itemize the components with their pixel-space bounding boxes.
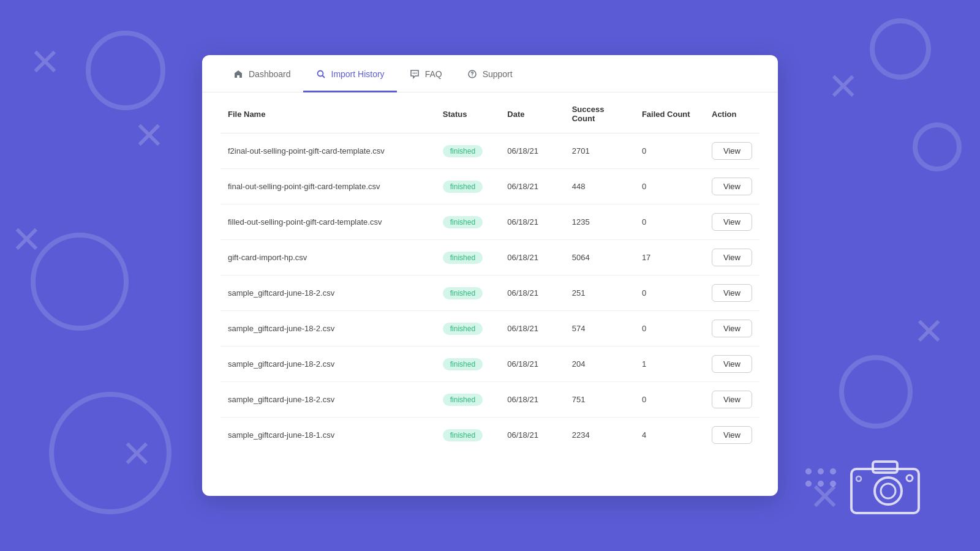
deco-circle-1 bbox=[86, 31, 165, 110]
table-row: sample_giftcard-june-18-2.csv finished 0… bbox=[221, 347, 760, 382]
cell-date: 06/18/21 bbox=[500, 311, 564, 347]
view-button[interactable]: View bbox=[712, 355, 752, 373]
view-button[interactable]: View bbox=[712, 426, 752, 444]
cell-action: View bbox=[704, 204, 760, 240]
cell-status: finished bbox=[435, 347, 500, 382]
svg-point-15 bbox=[412, 73, 413, 74]
home-icon bbox=[233, 69, 244, 80]
cell-filename: sample_giftcard-june-18-2.csv bbox=[221, 311, 435, 347]
tab-faq[interactable]: FAQ bbox=[397, 55, 454, 92]
view-button[interactable]: View bbox=[712, 320, 752, 337]
svg-point-8 bbox=[818, 468, 824, 474]
deco-circle-2 bbox=[870, 18, 931, 80]
tab-bar: Dashboard Import History FAQ bbox=[202, 55, 778, 92]
cell-failed: 0 bbox=[635, 311, 704, 347]
table-container: File Name Status Date Success Count Fail… bbox=[202, 92, 778, 471]
deco-x-2: × bbox=[829, 61, 858, 110]
cell-status: finished bbox=[435, 276, 500, 311]
table-row: gift-card-import-hp.csv finished 06/18/2… bbox=[221, 240, 760, 276]
view-button[interactable]: View bbox=[712, 178, 752, 195]
status-badge: finished bbox=[443, 181, 483, 193]
svg-line-14 bbox=[322, 76, 324, 78]
table-row: sample_giftcard-june-18-1.csv finished 0… bbox=[221, 418, 760, 453]
cell-success: 251 bbox=[565, 276, 635, 311]
svg-point-10 bbox=[805, 481, 812, 487]
cell-filename: sample_giftcard-june-18-1.csv bbox=[221, 418, 435, 453]
cell-status: finished bbox=[435, 311, 500, 347]
cell-status: finished bbox=[435, 418, 500, 453]
chat-icon bbox=[409, 69, 420, 80]
svg-point-9 bbox=[830, 468, 836, 474]
cell-success: 2701 bbox=[565, 133, 635, 169]
cell-date: 06/18/21 bbox=[500, 347, 564, 382]
view-button[interactable]: View bbox=[712, 142, 752, 160]
cell-status: finished bbox=[435, 133, 500, 169]
cell-action: View bbox=[704, 347, 760, 382]
cell-status: finished bbox=[435, 382, 500, 418]
deco-dots bbox=[802, 465, 839, 502]
cell-action: View bbox=[704, 169, 760, 204]
svg-point-11 bbox=[818, 481, 824, 487]
cell-success: 5064 bbox=[565, 240, 635, 276]
cell-filename: sample_giftcard-june-18-2.csv bbox=[221, 276, 435, 311]
cell-success: 1235 bbox=[565, 204, 635, 240]
view-button[interactable]: View bbox=[712, 249, 752, 266]
cell-date: 06/18/21 bbox=[500, 169, 564, 204]
cell-date: 06/18/21 bbox=[500, 240, 564, 276]
deco-x-1: × bbox=[31, 37, 59, 86]
view-button[interactable]: View bbox=[712, 284, 752, 302]
svg-point-16 bbox=[414, 73, 415, 74]
deco-x-3: × bbox=[12, 214, 41, 263]
svg-point-19 bbox=[472, 75, 473, 77]
svg-rect-0 bbox=[851, 469, 919, 513]
col-header-filename: File Name bbox=[221, 92, 435, 133]
cell-success: 2234 bbox=[565, 418, 635, 453]
cell-date: 06/18/21 bbox=[500, 133, 564, 169]
cell-failed: 17 bbox=[635, 240, 704, 276]
tab-import-history[interactable]: Import History bbox=[303, 55, 397, 92]
table-row: sample_giftcard-june-18-2.csv finished 0… bbox=[221, 311, 760, 347]
deco-x-8: × bbox=[135, 110, 164, 159]
cell-failed: 0 bbox=[635, 169, 704, 204]
cell-date: 06/18/21 bbox=[500, 418, 564, 453]
tab-dashboard[interactable]: Dashboard bbox=[221, 55, 303, 92]
cell-success: 751 bbox=[565, 382, 635, 418]
deco-circle-3 bbox=[31, 233, 129, 331]
cell-date: 06/18/21 bbox=[500, 276, 564, 311]
svg-point-2 bbox=[875, 478, 902, 504]
cell-date: 06/18/21 bbox=[500, 204, 564, 240]
cell-failed: 0 bbox=[635, 133, 704, 169]
table-row: sample_giftcard-june-18-2.csv finished 0… bbox=[221, 276, 760, 311]
deco-x-6: × bbox=[810, 471, 839, 520]
import-history-table: File Name Status Date Success Count Fail… bbox=[221, 92, 760, 452]
svg-point-12 bbox=[830, 481, 836, 487]
tab-support-label: Support bbox=[483, 69, 513, 79]
table-row: sample_giftcard-june-18-2.csv finished 0… bbox=[221, 382, 760, 418]
col-header-status: Status bbox=[435, 92, 500, 133]
cell-action: View bbox=[704, 133, 760, 169]
status-badge: finished bbox=[443, 358, 483, 370]
svg-point-4 bbox=[907, 475, 913, 481]
tab-support[interactable]: Support bbox=[454, 55, 525, 92]
cell-filename: f2inal-out-selling-point-gift-card-templ… bbox=[221, 133, 435, 169]
cell-status: finished bbox=[435, 204, 500, 240]
svg-rect-1 bbox=[873, 462, 897, 473]
status-badge: finished bbox=[443, 216, 483, 228]
deco-x-4: × bbox=[123, 429, 151, 478]
status-badge: finished bbox=[443, 323, 483, 335]
tab-dashboard-label: Dashboard bbox=[249, 69, 291, 79]
col-header-date: Date bbox=[500, 92, 564, 133]
cell-action: View bbox=[704, 311, 760, 347]
cell-action: View bbox=[704, 276, 760, 311]
view-button[interactable]: View bbox=[712, 391, 752, 408]
tab-faq-label: FAQ bbox=[425, 69, 442, 79]
deco-circle-5 bbox=[913, 122, 962, 171]
col-header-action: Action bbox=[704, 92, 760, 133]
col-header-success: Success Count bbox=[565, 92, 635, 133]
cell-success: 204 bbox=[565, 347, 635, 382]
camera-decoration bbox=[845, 457, 931, 520]
table-row: filled-out-selling-point-gift-card-templ… bbox=[221, 204, 760, 240]
view-button[interactable]: View bbox=[712, 213, 752, 231]
tab-import-history-label: Import History bbox=[331, 69, 385, 79]
cell-action: View bbox=[704, 382, 760, 418]
